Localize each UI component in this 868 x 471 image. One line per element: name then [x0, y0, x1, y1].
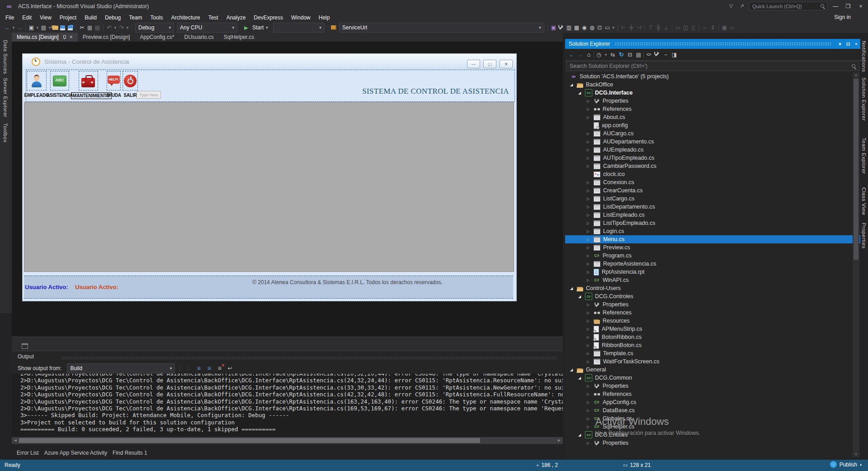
goto-next-icon[interactable]: [205, 364, 213, 372]
start-debug-button[interactable]: Start ▾: [239, 23, 272, 32]
expander-icon[interactable]: [577, 91, 582, 95]
sign-in-button[interactable]: Sign in: [834, 14, 851, 20]
empty-combo[interactable]: ▾: [273, 23, 325, 33]
horizontal-scrollbar[interactable]: ◄ ►: [12, 437, 563, 444]
tree-item[interactable]: AUDepartamento.cs: [565, 138, 860, 146]
sidebar-item-solution-explorer[interactable]: Solution Explorer: [861, 77, 867, 121]
solution-search-input[interactable]: Search Solution Explorer (Ctrl+'): [566, 61, 859, 71]
tree-item[interactable]: About.cs: [565, 113, 860, 121]
back-icon[interactable]: [568, 51, 576, 58]
designer-icon-button[interactable]: [50, 71, 69, 90]
add-window-icon[interactable]: [565, 24, 573, 32]
align-left-icon[interactable]: [620, 24, 627, 32]
expander-icon[interactable]: [569, 286, 574, 290]
tree-item[interactable]: Properties: [565, 97, 860, 105]
menu-item[interactable]: Build: [80, 13, 101, 22]
expander-icon[interactable]: [585, 384, 591, 388]
expander-icon[interactable]: [585, 132, 591, 136]
expander-icon[interactable]: [585, 335, 591, 339]
dropdown-icon[interactable]: [125, 24, 130, 32]
cut-icon[interactable]: [78, 24, 86, 32]
expander-icon[interactable]: [585, 140, 591, 144]
tree-item[interactable]: Properties: [565, 382, 860, 390]
tree-item[interactable]: WinAPI.cs: [565, 276, 860, 284]
expander-icon[interactable]: [585, 197, 591, 201]
designer-menu-item[interactable]: ASISTENCIA: [45, 71, 74, 100]
document-tab[interactable]: SqlHelper.cs: [219, 33, 259, 42]
document-tab[interactable]: DUsuario.cs: [179, 33, 219, 42]
expander-icon[interactable]: [585, 327, 591, 331]
tree-item[interactable]: BackOffice: [565, 81, 860, 89]
extension-icon[interactable]: [550, 24, 557, 32]
tree-item[interactable]: Solution 'ACS.Interface' (5 projects): [565, 72, 860, 81]
add-item-icon[interactable]: [40, 24, 47, 32]
tree-item[interactable]: Template.cs: [565, 349, 860, 357]
expander-icon[interactable]: [585, 181, 591, 185]
bell-icon[interactable]: [588, 24, 596, 32]
tree-item[interactable]: BotonRibbon.cs: [565, 333, 860, 341]
tree-item[interactable]: References: [565, 390, 860, 398]
scroll-left-icon[interactable]: ◄: [12, 438, 19, 443]
expander-icon[interactable]: [585, 189, 591, 193]
sidebar-item-data-sources[interactable]: Data Sources: [3, 40, 8, 74]
tree-item[interactable]: ListCargo.cs: [565, 195, 860, 203]
copy-icon[interactable]: [86, 24, 94, 32]
expander-icon[interactable]: [585, 319, 591, 323]
menu-item[interactable]: File: [1, 13, 18, 22]
output-source-select[interactable]: Build▾: [67, 363, 175, 373]
tree-item[interactable]: Preview.cs: [565, 243, 860, 252]
properties-page-icon[interactable]: [635, 51, 642, 58]
maximize-icon[interactable]: ❐: [844, 3, 853, 10]
solution-explorer-title-bar[interactable]: Solution Explorer ▾ ⊟ ×: [565, 39, 860, 49]
tree-item[interactable]: Control-Users: [565, 284, 860, 292]
document-tab[interactable]: Menu.cs [Design]: [12, 33, 78, 42]
view-code-icon[interactable]: [645, 51, 652, 58]
tree-item[interactable]: WaitForTaskScreen.cs: [565, 357, 860, 366]
message-dim-icon[interactable]: [184, 364, 192, 372]
sidebar-item-team-explorer[interactable]: Team Explorer: [861, 138, 867, 174]
tree-item[interactable]: DCG.Common: [565, 374, 860, 382]
debug-configuration-select[interactable]: Debug▾: [135, 23, 174, 33]
tree-item[interactable]: AppConfig.cs: [565, 398, 860, 406]
minus-icon[interactable]: [662, 51, 670, 58]
undo-icon[interactable]: [105, 24, 113, 32]
expander-icon[interactable]: [585, 278, 591, 282]
expander-icon[interactable]: [585, 441, 591, 445]
grid-icon[interactable]: [573, 24, 580, 32]
form-maximize-icon[interactable]: [483, 60, 496, 68]
open-folder-icon[interactable]: [52, 24, 59, 32]
tree-item[interactable]: DCG.Interface: [565, 89, 860, 97]
same-width-icon[interactable]: [674, 24, 682, 32]
designer-icon-button[interactable]: [79, 71, 98, 90]
dropdown-icon[interactable]: [611, 24, 616, 32]
auto-hide-icon[interactable]: ⊟: [844, 41, 852, 47]
tree-item[interactable]: APMenuStrip.cs: [565, 325, 860, 333]
scrollbar-thumb[interactable]: [19, 438, 480, 443]
expander-icon[interactable]: [585, 303, 591, 307]
sidebar-item-server-explorer[interactable]: Server Explorer: [3, 78, 8, 117]
dropdown-icon[interactable]: [604, 51, 608, 58]
tree-item[interactable]: References: [565, 105, 860, 113]
expander-icon[interactable]: [569, 83, 574, 87]
share-icon[interactable]: ↗: [738, 3, 745, 9]
tree-item[interactable]: Menu.cs: [565, 235, 860, 243]
publish-button[interactable]: Publish ▴: [830, 461, 862, 468]
tree-item[interactable]: ListTipoEmpleado.cs: [565, 219, 860, 227]
expander-icon[interactable]: [585, 360, 591, 364]
refresh-icon[interactable]: [618, 51, 625, 58]
people-icon[interactable]: [580, 24, 588, 32]
menu-item[interactable]: Debug: [101, 13, 125, 22]
tree-item[interactable]: ListEmpleado.cs: [565, 211, 860, 219]
expander-icon[interactable]: [585, 270, 591, 274]
menu-item[interactable]: Edit: [18, 13, 36, 22]
expander-icon[interactable]: [585, 417, 591, 421]
form-minimize-icon[interactable]: [467, 60, 480, 68]
save-icon[interactable]: [59, 24, 66, 32]
platform-select[interactable]: Any CPU▾: [177, 23, 237, 33]
new-project-icon[interactable]: [28, 24, 35, 32]
designer-icon-button[interactable]: [27, 71, 47, 90]
tree-item[interactable]: Resources: [565, 317, 860, 325]
expander-icon[interactable]: [585, 262, 591, 266]
goto-first-icon[interactable]: [195, 364, 203, 372]
align-bottom-icon[interactable]: [662, 24, 670, 32]
